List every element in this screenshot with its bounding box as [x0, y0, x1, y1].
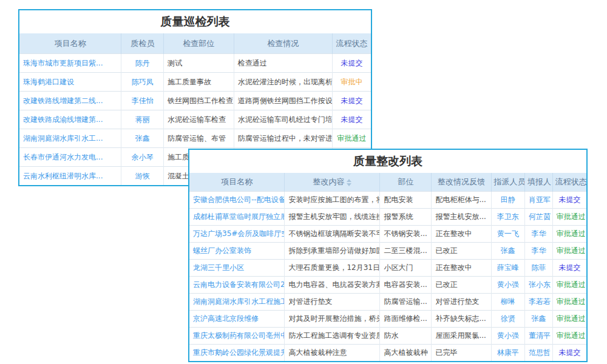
project-name-link[interactable]: 云南电力设备安装有限公司20...	[189, 277, 285, 294]
col-header-assignee: 指派人员	[491, 173, 525, 192]
assignee-link[interactable]: 黄一飞	[491, 226, 525, 243]
rectify-content-cell: 对管进行垫支	[285, 294, 380, 311]
inspection-situation-cell: 道路两侧铁丝网围挡工作按设计...	[234, 92, 332, 110]
status-badge: 未提交	[341, 59, 362, 67]
inspector-link[interactable]: 游恢	[121, 167, 163, 186]
table-row: 重庆市鹅岭公园绿化景观提升... 高大植被栽种注意 高大植被栽种 已完毕 林康平…	[189, 345, 586, 362]
status-badge: 未提交	[558, 195, 580, 204]
project-name-link[interactable]: 万达广场35#会所及咖啡厅空...	[189, 226, 285, 243]
inspection-situation-cell: 检查通过	[234, 54, 332, 73]
part-cell: 防腐管运输...	[380, 294, 432, 311]
inspection-part-cell: 测试	[163, 54, 234, 73]
project-name-link[interactable]: 珠海鹤港口建设	[19, 73, 121, 92]
project-name-link[interactable]: 安徽合肥供电公司--配电设备...	[189, 192, 285, 209]
inspector-link[interactable]: 陈丹	[121, 54, 163, 73]
rectify-content-cell: 报警主机安放牢固，线缆连接...	[285, 209, 380, 226]
feedback-cell: 屋面采用聚氯...	[432, 328, 491, 345]
col-header-project: 项目名称	[19, 33, 121, 54]
project-name-link[interactable]: 重庆市鹅岭公园绿化景观提升...	[189, 345, 285, 362]
inspector-link[interactable]: 李佳怡	[121, 92, 163, 110]
status-badge: 审批通过	[557, 331, 586, 340]
rectify-content-cell: 安装时应按施工图的布置，将...	[285, 192, 380, 209]
table-row: 京沪高速北京段维修 对其及时开展整治措施，桥头... 路面维修检... 补齐缺失…	[189, 311, 586, 328]
inspection-panel-title: 质量巡检列表	[19, 10, 371, 33]
project-name-link[interactable]: 珠海市城市更新项目紫...	[19, 54, 121, 73]
table-row: 万达广场35#会所及咖啡厅空... 不锈钢边框玻璃隔断安装不牢... 不锈钢安装…	[189, 226, 586, 243]
feedback-cell: 正在整改中	[432, 226, 491, 243]
reporter-link[interactable]: 陈菲	[525, 260, 553, 277]
status-badge: 审批通过	[337, 134, 366, 143]
reporter-link[interactable]: 肖亚军	[525, 192, 553, 209]
col-header-reporter: 填报人	[525, 173, 553, 192]
project-name-link[interactable]: 京沪高速北京段维修	[189, 311, 285, 328]
assignee-link[interactable]: 柳琳	[491, 294, 525, 311]
status-badge: 审批通过	[557, 212, 586, 221]
part-cell: 报警系统	[380, 209, 432, 226]
reporter-link[interactable]: 范思哲	[525, 345, 553, 362]
part-cell: 配电安装	[380, 192, 432, 209]
assignee-link[interactable]: 田静	[491, 192, 525, 209]
project-name-link[interactable]: 重庆太极制药有限公司亳州中...	[189, 328, 285, 345]
inspection-header-row: 项目名称 质检员 检查部位 检查情况 流程状态	[19, 33, 371, 54]
part-cell: 防水	[380, 328, 432, 345]
inspector-link[interactable]: 余小琴	[121, 148, 163, 167]
sort-ascending-icon[interactable]	[347, 179, 351, 182]
rectification-panel: 质量整改列表 项目名称 整改内容 部位 整改情况反馈 指派人员 填报人 流程状态…	[188, 149, 588, 362]
project-name-link[interactable]: 云南水利枢纽潜明水库...	[19, 167, 121, 186]
table-row: 珠海市城市更新项目紫... 陈丹 测试 检查通过 未提交	[19, 54, 371, 73]
status-badge: 审批通过	[557, 229, 586, 238]
assignee-link[interactable]: 林康平	[491, 345, 525, 362]
inspector-link[interactable]: 蒋丽	[121, 110, 163, 129]
reporter-link[interactable]: 何芷茵	[525, 209, 553, 226]
table-row: 重庆太极制药有限公司亳州中... 防水工程施工选调有专业资质... 防水 屋面采…	[189, 328, 586, 345]
inspection-situation-cell: 水泥砼运输车司机经过专门培训...	[234, 110, 332, 129]
feedback-cell: 报警主机安放...	[432, 209, 491, 226]
project-name-link[interactable]: 改建铁路线增建第二线...	[19, 92, 121, 110]
rectification-panel-title: 质量整改列表	[189, 150, 586, 173]
feedback-cell: 已改正	[432, 277, 491, 294]
table-row: 螺丝厂办公室装饰 拆除到承重墙部分请做好加固... 二至三楼混... 已改正 张…	[189, 243, 586, 260]
assignee-link[interactable]: 徐贤	[491, 311, 525, 328]
inspection-situation-cell: 水泥砼灌注的时候，出现离析现象	[234, 73, 332, 92]
feedback-cell: 已改正	[432, 243, 491, 260]
rectification-table: 项目名称 整改内容 部位 整改情况反馈 指派人员 填报人 流程状态 安徽合肥供电…	[189, 173, 586, 361]
assignee-link[interactable]: 薛宝峰	[491, 260, 525, 277]
inspection-part-cell: 防腐管运输、布管	[163, 129, 234, 148]
project-name-link[interactable]: 成都杜甫草堂临时展厅独立展...	[189, 209, 285, 226]
project-name-link[interactable]: 改建铁路成渝线增建第...	[19, 110, 121, 129]
project-name-link[interactable]: 螺丝厂办公室装饰	[189, 243, 285, 260]
project-name-link[interactable]: 湖南洞庭湖水库引水工程施工标	[189, 294, 285, 311]
rectify-content-cell: 不锈钢边框玻璃隔断安装不牢...	[285, 226, 380, 243]
assignee-link[interactable]: 黄小强	[491, 328, 525, 345]
col-header-content[interactable]: 整改内容	[285, 173, 380, 192]
rectify-content-cell: 对其及时开展整治措施，桥头...	[285, 311, 380, 328]
status-badge: 审批通过	[557, 314, 586, 323]
col-header-situation: 检查情况	[234, 33, 332, 54]
table-row: 改建铁路成渝线增建第... 蒋丽 水泥砼运输车检查 水泥砼运输车司机经过专门培训…	[19, 110, 371, 129]
inspector-link[interactable]: 张鑫	[121, 129, 163, 148]
assignee-link[interactable]: 黄小强	[491, 277, 525, 294]
table-row: 云南电力设备安装有限公司20... 电力电容器、电抗器安装方案... 电容器安装…	[189, 277, 586, 294]
rectification-header-row: 项目名称 整改内容 部位 整改情况反馈 指派人员 填报人 流程状态	[189, 173, 586, 192]
reporter-link[interactable]: 李若若	[525, 294, 553, 311]
reporter-link[interactable]: 李华	[525, 226, 553, 243]
project-name-link[interactable]: 长春市伊通河水力发电...	[19, 148, 121, 167]
status-badge: 审批通过	[557, 297, 586, 306]
reporter-link[interactable]: 张小东	[525, 277, 553, 294]
inspection-part-cell: 施工质量事故	[163, 73, 234, 92]
reporter-link[interactable]: 董清平	[525, 328, 553, 345]
feedback-cell: 补齐缺失标志...	[432, 311, 491, 328]
reporter-link[interactable]: 张鑫	[525, 311, 553, 328]
status-badge: 未提交	[558, 263, 580, 272]
assignee-link[interactable]: 张鑫	[491, 243, 525, 260]
sort-carets-icon[interactable]	[347, 179, 351, 186]
project-name-link[interactable]: 湖南洞庭湖水库引水工...	[19, 129, 121, 148]
table-row: 成都杜甫草堂临时展厅独立展... 报警主机安放牢固，线缆连接... 报警系统 报…	[189, 209, 586, 226]
inspection-part-cell: 铁丝网围挡工作检查	[163, 92, 234, 110]
sort-descending-icon[interactable]	[347, 183, 351, 186]
inspector-link[interactable]: 陈巧凤	[121, 73, 163, 92]
assignee-link[interactable]: 李卫东	[491, 209, 525, 226]
project-name-link[interactable]: 龙湖三千里小区	[189, 260, 285, 277]
reporter-link[interactable]: 李华	[525, 243, 553, 260]
feedback-cell: 正在整改中	[432, 260, 491, 277]
